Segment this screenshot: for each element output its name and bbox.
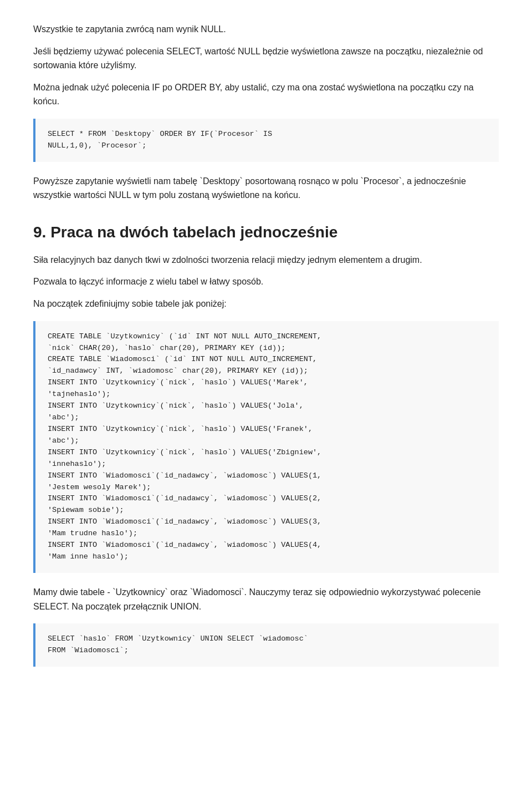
paragraph-7: Na początek zdefiniujmy sobie tabele jak… — [33, 297, 499, 311]
paragraph-5: Siła relacyjnych baz danych tkwi w zdoln… — [33, 253, 499, 267]
paragraph-1: Wszystkie te zapytania zwrócą nam wynik … — [33, 22, 499, 37]
paragraph-6: Pozwala to łączyć informacje z wielu tab… — [33, 275, 499, 289]
code-block-1: SELECT * FROM `Desktopy` ORDER BY IF(`Pr… — [33, 119, 499, 162]
section-heading: 9. Praca na dwóch tabelach jednocześnie — [33, 220, 499, 245]
paragraph-2: Jeśli będziemy używać polecenia SELECT, … — [33, 44, 499, 73]
code-block-2: CREATE TABLE `Uzytkownicy` (`id` INT NOT… — [33, 321, 499, 573]
paragraph-4: Powyższe zapytanie wyświetli nam tabelę … — [33, 174, 499, 202]
code-block-3: SELECT `haslo` FROM `Uzytkownicy` UNION … — [33, 623, 499, 667]
paragraph-8: Mamy dwie tabele - `Uzytkownicy` oraz `W… — [33, 585, 499, 613]
section-title-text: Praca na dwóch tabelach jednocześnie — [50, 224, 337, 241]
paragraph-3: Można jednak użyć polecenia IF po ORDER … — [33, 80, 499, 109]
section-number: 9. — [33, 224, 46, 241]
